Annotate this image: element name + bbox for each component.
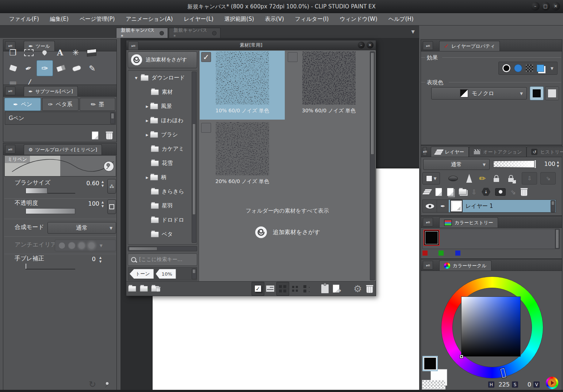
halftone-icon[interactable] — [526, 65, 533, 72]
tree-item-howahowa[interactable]: ▶ ほわほわ — [128, 113, 197, 128]
new-folder-button[interactable] — [126, 282, 138, 295]
transparent-color-swatch[interactable] — [422, 380, 445, 389]
slider-handle[interactable] — [534, 160, 536, 168]
scrollbar-thumb[interactable] — [192, 124, 196, 215]
document-tab-inactive[interactable]: 新規キャンバス* — [169, 28, 221, 38]
menu-selection[interactable]: 選択範囲(S) — [219, 16, 260, 23]
create-mask-button[interactable] — [495, 188, 506, 196]
stepper-down-icon[interactable]: ▼ — [102, 205, 104, 208]
menu-filter[interactable]: フィルター(I) — [290, 16, 334, 23]
rgb-blue-chip[interactable] — [455, 251, 460, 256]
reference-layer-icon[interactable] — [466, 174, 472, 183]
stroke-preview[interactable]: ミリペン — [4, 155, 116, 176]
stepper-up-icon[interactable]: ▲ — [99, 256, 102, 259]
tab-subtool[interactable]: ✒ サブツール[ペン] — [24, 86, 78, 96]
material-checkbox-checked[interactable]: ✓ — [201, 52, 211, 62]
grid-small-button[interactable] — [289, 282, 301, 295]
history-swatch-black[interactable] — [424, 230, 440, 246]
scrollbar-thumb[interactable] — [556, 229, 559, 248]
tab-color-circle[interactable]: カラーサークル — [439, 260, 491, 271]
menu-view[interactable]: 表示(V) — [260, 16, 290, 23]
tree-item-fukei[interactable]: ▶ 風景 — [128, 99, 197, 113]
saturation-value[interactable]: 0 — [520, 381, 531, 388]
tab-history[interactable]: ↺ ヒストリー — [526, 147, 563, 157]
edit-material-button[interactable]: ✎ — [138, 282, 150, 295]
selection-tool[interactable] — [21, 45, 37, 60]
sv-cursor[interactable] — [460, 355, 463, 358]
paste-to-canvas-button[interactable] — [319, 282, 331, 295]
menu-help[interactable]: ヘルプ(H) — [383, 16, 419, 23]
scrollbar-thumb[interactable] — [111, 113, 114, 119]
thumbnail-size-dropdown[interactable]: ▼ — [422, 172, 440, 185]
brush-size-stepper[interactable]: ▲▼ — [102, 181, 104, 187]
material-search-box[interactable]: [ここに検索キー… — [128, 253, 197, 266]
hue-value[interactable]: 225 — [497, 381, 510, 388]
menu-window[interactable]: ウィンドウ(W) — [334, 16, 383, 23]
tree-scrollbar[interactable] — [192, 71, 196, 243]
tone-effect-icon[interactable] — [514, 64, 522, 72]
draft-layer-icon[interactable]: ✏ — [479, 174, 486, 183]
tree-item-hoshihane[interactable]: 星羽 — [128, 199, 197, 213]
find-materials-button[interactable]: 追加素材をさがす — [128, 51, 197, 68]
panel-menu-icon[interactable]: ▸≡ — [423, 218, 433, 226]
pencil-tool[interactable]: ✎ — [84, 61, 100, 76]
tag-tone[interactable]: トーン — [130, 269, 154, 279]
layer-visibility-toggle[interactable] — [423, 200, 437, 212]
layer-color-icon[interactable] — [537, 65, 544, 72]
tree-item-download[interactable]: ▼ ダウンロード — [128, 71, 197, 85]
detail-view-button[interactable] — [264, 282, 276, 295]
material-title-bar[interactable]: ▸≡ 素材[常用] – ✕ — [126, 40, 376, 50]
material-item-20pct[interactable]: 20% 60/0 ノイズ 単色 — [200, 121, 285, 190]
tree-item-hanayuki[interactable]: 花雪 — [128, 156, 197, 170]
menu-animation[interactable]: アニメーション(A) — [120, 16, 178, 23]
lock-layer-icon[interactable] — [493, 178, 499, 182]
scrollbar-thumb[interactable] — [551, 201, 555, 205]
tree-item-sozai[interactable]: 素材 — [128, 85, 197, 99]
tree-item-brush[interactable]: ▶ ブラシ — [128, 128, 197, 142]
tab-auto-action[interactable]: オートアクション — [469, 147, 526, 157]
layer-list-scrollbar[interactable] — [551, 200, 555, 212]
tab-color-history[interactable]: カラーヒストリー — [439, 217, 498, 228]
material-item-30pct[interactable]: 30% 60/0 ノイズ 単色 — [286, 51, 371, 120]
border-effect-icon[interactable] — [502, 64, 510, 72]
stepper-down-icon[interactable]: ▼ — [102, 185, 104, 187]
material-checkbox-unchecked[interactable] — [201, 123, 211, 133]
subtool-item-gpen[interactable]: Gペン — [5, 112, 115, 124]
panel-menu-icon[interactable]: ▸≡ — [5, 145, 15, 154]
stepper-up-icon[interactable]: ▲ — [557, 161, 559, 164]
expander-closed-icon[interactable]: ▶ — [144, 133, 150, 137]
eyedropper-tool[interactable] — [37, 45, 52, 60]
draw-black-toggle-on[interactable] — [530, 86, 544, 100]
brush-size-value[interactable]: 0.60 — [77, 180, 99, 187]
layer-name[interactable]: レイヤー 1 — [466, 203, 493, 210]
opacity-value[interactable]: 100 — [77, 200, 99, 207]
marker-tool-selected[interactable]: ✑ — [37, 60, 53, 76]
rgb-red-chip[interactable] — [422, 251, 428, 256]
menu-layer[interactable]: レイヤー(L) — [178, 16, 219, 23]
stabilization-value[interactable]: 0 — [77, 256, 96, 263]
stabilization-stepper[interactable]: ▲▼ — [99, 256, 102, 263]
panel-menu-icon[interactable]: ▸≡ — [5, 86, 15, 95]
object-tool[interactable]: ❐ — [5, 45, 21, 60]
advanced-settings-wrench-icon[interactable] — [103, 379, 113, 389]
delete-folder-button[interactable] — [150, 282, 162, 295]
menu-file[interactable]: ファイル(F) — [4, 16, 45, 23]
subtool-group-pen[interactable]: ✒ ペン — [4, 98, 41, 111]
opacity-stepper[interactable]: ▲▼ — [557, 161, 559, 168]
draw-white-toggle[interactable] — [545, 86, 559, 100]
panel-menu-icon[interactable]: ▸≡ — [423, 261, 433, 269]
panel-menu-icon[interactable]: ▸≡ — [423, 41, 433, 50]
subtool-group-beta[interactable]: ✑ ベタ系 — [42, 98, 78, 111]
tree-item-beta[interactable]: ベタ — [128, 227, 197, 241]
gradient-tool[interactable] — [84, 45, 99, 60]
color-mode-toggle-button[interactable] — [546, 377, 558, 389]
palette-minimize-button[interactable]: – — [358, 42, 365, 48]
list-view-button[interactable] — [301, 282, 313, 295]
tree-item-gara[interactable]: ▶ 柄 — [128, 170, 197, 185]
grid-scrollbar[interactable] — [370, 51, 375, 280]
tag-scrollbar[interactable] — [192, 268, 196, 279]
delete-material-button[interactable] — [364, 282, 376, 295]
tab-modified-dot-icon[interactable] — [160, 31, 164, 35]
history-scrollbar[interactable] — [555, 229, 560, 249]
export-material-button[interactable]: ➜ — [331, 282, 343, 295]
